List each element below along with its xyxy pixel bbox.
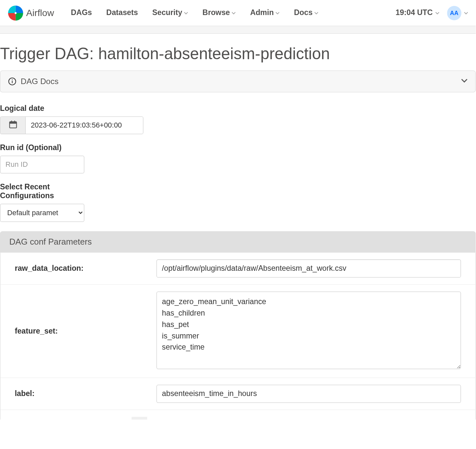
navbar-left: Airflow DAGs Datasets Security Browse Ad… [8,5,318,21]
chevron-down-icon [435,9,439,17]
conf-label-h-train: h_train_and_evaluate_model: [5,417,131,420]
logical-date-label: Logical date [0,104,476,113]
server-time[interactable]: 19:04 UTC [396,9,439,17]
select-recent-label: Select Recent Configurations [0,183,476,200]
select-recent-label-1: Select Recent [0,183,50,191]
nav-browse-label: Browse [202,9,230,17]
svg-rect-2 [12,81,12,83]
json-editor[interactable]: 12345678 { "bootstrap_iter": 1000, "deve… [132,417,476,420]
info-icon [8,77,17,86]
dag-docs-panel: DAG Docs [0,70,476,92]
feature-set-textarea[interactable] [157,291,461,369]
page-title: Trigger DAG: hamilton-absenteeism-predic… [0,34,476,70]
conf-row-raw-data-location: raw_data_location: [0,253,475,285]
raw-data-location-input[interactable] [157,259,461,277]
nav-admin[interactable]: Admin [250,9,280,17]
chevron-down-icon [184,9,188,17]
calendar-icon [8,120,17,131]
select-recent-group: Select Recent Configurations Default par… [0,183,476,222]
conf-label-raw-data-location: raw_data_location: [5,259,156,277]
dag-conf-body: raw_data_location: feature_set: label: h… [0,253,476,420]
svg-rect-6 [11,121,11,123]
conf-label-feature-set: feature_set: [5,291,156,371]
json-editor-gutter: 12345678 [132,417,147,420]
run-id-group: Run id (Optional) [0,144,476,174]
user-menu[interactable]: AA [447,6,468,20]
nav-dags[interactable]: DAGs [71,9,92,17]
json-editor-code[interactable]: { "bootstrap_iter": 1000, "development_f… [147,417,476,420]
airflow-pinwheel-icon [8,5,24,21]
run-id-label: Run id (Optional) [0,144,476,152]
chevron-down-icon [276,9,280,17]
logical-date-row [0,116,144,134]
svg-rect-5 [9,122,16,124]
brand-text: Airflow [26,8,54,19]
svg-point-0 [15,12,17,14]
recent-config-select[interactable]: Default paramet [0,204,84,222]
conf-row-h-train: h_train_and_evaluate_model: 12345678 { "… [0,410,475,420]
nav-datasets[interactable]: Datasets [106,9,138,17]
breadcrumb-bar [0,26,476,34]
nav-security[interactable]: Security [152,9,188,17]
dag-docs-title: DAG Docs [21,77,457,86]
svg-rect-7 [14,121,15,123]
calendar-button[interactable] [0,117,26,134]
navbar: Airflow DAGs Datasets Security Browse Ad… [0,0,476,26]
select-recent-label-2: Configurations [0,192,54,200]
chevron-down-icon [461,77,468,86]
nav-docs-label: Docs [294,9,313,17]
conf-row-feature-set: feature_set: [0,285,475,378]
dag-docs-toggle[interactable]: DAG Docs [0,71,475,92]
avatar: AA [447,6,461,20]
navbar-right: 19:04 UTC AA [396,6,468,20]
label-input[interactable] [157,385,461,403]
conf-label-label: label: [5,385,156,403]
chevron-down-icon [231,9,236,17]
logical-date-group: Logical date [0,104,476,134]
airflow-logo[interactable]: Airflow [8,5,54,21]
run-id-input[interactable] [0,156,84,173]
chevron-down-icon [464,9,468,17]
nav-security-label: Security [152,9,182,17]
server-time-text: 19:04 UTC [396,9,433,17]
svg-rect-3 [12,79,12,80]
nav-items: DAGs Datasets Security Browse Admin Docs [71,9,318,17]
nav-browse[interactable]: Browse [202,9,236,17]
nav-admin-label: Admin [250,9,274,17]
dag-conf-heading: DAG conf Parameters [0,231,476,253]
logical-date-input[interactable] [26,117,143,134]
nav-docs[interactable]: Docs [294,9,318,17]
chevron-down-icon [314,9,318,17]
conf-row-label: label: [0,378,475,410]
